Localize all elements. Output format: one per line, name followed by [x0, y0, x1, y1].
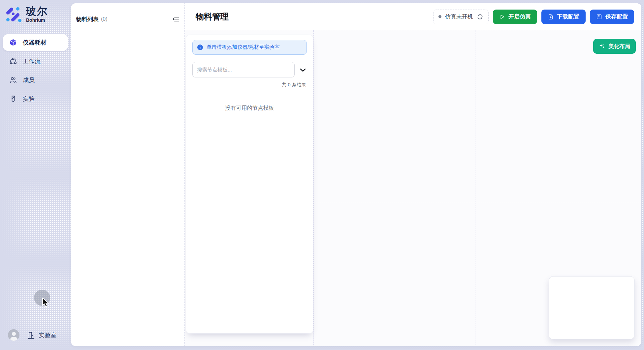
beautify-layout-button[interactable]: 美化布局: [593, 39, 636, 54]
sidebar-item-label: 成员: [23, 76, 35, 84]
material-list-title: 物料列表: [76, 15, 99, 23]
save-config-label: 保存配置: [605, 13, 628, 20]
brand-logo: 玻尔 Bohrium: [5, 6, 48, 23]
brand-name: 玻尔: [26, 6, 48, 17]
status-label: 仿真未开机: [445, 13, 473, 20]
start-simulation-button[interactable]: 开启仿真: [493, 10, 537, 24]
status-dot-icon: [438, 15, 441, 18]
sparkles-icon: [599, 43, 605, 49]
template-search-input[interactable]: [192, 62, 295, 77]
page-title: 物料管理: [196, 11, 229, 22]
building-icon: [27, 331, 35, 339]
canvas-gridline: [313, 30, 314, 346]
workspace-label: 实验室: [39, 331, 56, 339]
collapse-panel-button[interactable]: [172, 15, 180, 23]
bohrium-logo-icon: [5, 6, 22, 23]
header-actions: 仿真未开机: [433, 10, 634, 24]
workflow-canvas[interactable]: 单击模板添加仪器/耗材至实验室 共 0 条结果 没有可用的节点模板: [185, 30, 641, 346]
main-area: 物料管理 仿真未开机: [185, 3, 641, 346]
members-icon: [9, 76, 17, 84]
template-hint-banner: 单击模板添加仪器/耗材至实验室: [192, 40, 307, 55]
start-simulation-label: 开启仿真: [508, 13, 531, 20]
sidebar-item-instruments[interactable]: 仪器耗材: [3, 34, 68, 51]
material-list-count: (0): [101, 16, 108, 22]
sidebar-item-members[interactable]: 成员: [3, 72, 68, 88]
node-template-panel: 单击模板添加仪器/耗材至实验室 共 0 条结果 没有可用的节点模板: [186, 35, 313, 334]
canvas-gridline: [475, 30, 475, 346]
empty-templates-message: 没有可用的节点模板: [192, 104, 307, 112]
beautify-layout-label: 美化布局: [608, 43, 630, 50]
workspace-switcher[interactable]: 实验室: [27, 331, 56, 339]
save-config-button[interactable]: 保存配置: [590, 10, 634, 24]
app-screen: 玻尔 Bohrium 仪器耗材 工作流: [0, 0, 644, 350]
sidebar-item-label: 工作流: [23, 57, 41, 65]
chevron-down-icon[interactable]: [299, 66, 307, 74]
sidebar-item-label: 仪器耗材: [23, 39, 47, 46]
file-download-icon: [548, 14, 554, 20]
mouse-cursor: [42, 297, 49, 309]
content-card: 物料列表 (0) 物料管理 仿: [71, 3, 641, 346]
info-icon: [197, 44, 203, 50]
save-icon: [596, 14, 602, 20]
test-tube-icon: [9, 95, 17, 103]
play-icon: [499, 14, 505, 20]
brand-subtitle: Bohrium: [26, 17, 48, 23]
sidebar-footer: 实验室: [8, 329, 56, 341]
material-list-header: 物料列表 (0): [71, 3, 184, 23]
brand-text: 玻尔 Bohrium: [26, 6, 48, 23]
page-header: 物料管理 仿真未开机: [185, 3, 641, 30]
template-search-row: [192, 62, 307, 77]
download-config-button[interactable]: 下载配置: [541, 10, 586, 24]
simulation-status-pill: 仿真未开机: [433, 10, 489, 24]
refresh-icon[interactable]: [477, 14, 483, 20]
sidebar-item-experiments[interactable]: 实验: [3, 91, 68, 107]
sidebar-item-workflow[interactable]: 工作流: [3, 53, 68, 70]
download-config-label: 下载配置: [557, 13, 579, 20]
canvas-minimap[interactable]: [549, 276, 635, 339]
results-count: 共 0 条结果: [192, 82, 307, 88]
workflow-icon: [9, 57, 17, 65]
sidebar-item-label: 实验: [23, 95, 35, 103]
sidebar-nav: 仪器耗材 工作流 成员: [3, 34, 68, 109]
user-avatar[interactable]: [8, 329, 19, 341]
material-list-panel: 物料列表 (0): [71, 3, 185, 346]
cube-icon: [9, 39, 17, 46]
template-hint-text: 单击模板添加仪器/耗材至实验室: [207, 44, 279, 51]
